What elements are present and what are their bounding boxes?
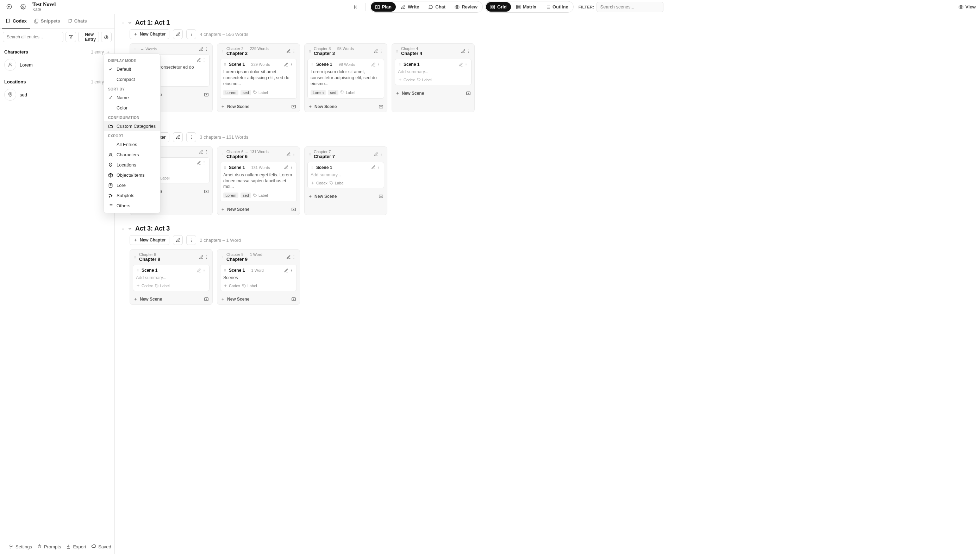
menu-item-others[interactable]: Others (104, 201, 160, 211)
add-label-button[interactable]: Label (341, 91, 355, 95)
drag-icon[interactable] (223, 62, 227, 67)
menu-item-all-entries[interactable]: All Entries (104, 139, 160, 150)
chapter-menu-icon[interactable] (204, 150, 209, 154)
sidebar-tab-chats[interactable]: Chats (64, 14, 91, 29)
add-codex-button[interactable]: Codex (398, 78, 415, 82)
chapter-menu-icon[interactable] (379, 152, 384, 157)
chapter-menu-icon[interactable] (292, 152, 296, 157)
chapter-menu-icon[interactable] (292, 255, 296, 259)
new-scene-box-icon[interactable] (379, 104, 384, 109)
edit-scene-icon[interactable] (284, 165, 288, 170)
codex-token[interactable]: sed (241, 193, 251, 198)
drag-icon[interactable] (134, 46, 137, 51)
chapter-menu-icon[interactable] (379, 49, 384, 54)
footer-settings[interactable]: Settings (8, 544, 32, 549)
drag-icon[interactable] (311, 62, 314, 67)
chapter-menu-icon[interactable] (204, 255, 209, 259)
scene-menu-icon[interactable] (202, 161, 206, 165)
back-icon[interactable] (4, 2, 14, 12)
add-label-button[interactable]: Label (242, 284, 257, 288)
act-menu-button[interactable] (186, 29, 196, 39)
menu-item-objects[interactable]: Objects/Items (104, 170, 160, 180)
menu-item-locations[interactable]: Locations (104, 160, 160, 170)
add-label-button[interactable]: Label (417, 78, 432, 82)
new-scene-button[interactable]: New Scene (304, 191, 387, 202)
new-scene-box-icon[interactable] (291, 104, 296, 109)
drag-icon[interactable] (311, 165, 314, 170)
drag-icon[interactable] (395, 49, 399, 54)
scene-menu-icon[interactable] (202, 58, 206, 62)
act-menu-button[interactable] (186, 132, 196, 142)
sidebar-tab-codex[interactable]: Codex (2, 14, 30, 29)
edit-chapter-icon[interactable] (374, 152, 378, 157)
add-codex-button[interactable]: Codex (311, 181, 327, 185)
scene-summary[interactable]: Add summary... (398, 69, 468, 75)
new-scene-box-icon[interactable] (291, 207, 296, 212)
sidebar-search-input[interactable] (3, 32, 64, 42)
drag-icon[interactable] (221, 152, 224, 157)
tab-chat[interactable]: Chat (424, 2, 450, 12)
scene-menu-icon[interactable] (289, 268, 294, 273)
codex-token[interactable]: sed (241, 90, 251, 96)
scene-summary[interactable]: Scenes (223, 275, 294, 281)
chapter-menu-icon[interactable] (292, 49, 296, 54)
new-chapter-button[interactable]: New Chapter (129, 29, 169, 39)
scene-summary[interactable]: Add summary... (311, 172, 381, 178)
edit-chapter-icon[interactable] (286, 49, 291, 54)
new-scene-box-icon[interactable] (204, 189, 209, 194)
add-label-button[interactable]: Label (253, 193, 268, 197)
sidebar-settings-icon[interactable] (101, 32, 112, 42)
new-scene-button[interactable]: New Scene (217, 204, 300, 215)
chevron-down-icon[interactable] (127, 21, 132, 25)
new-scene-box-icon[interactable] (466, 91, 471, 96)
drag-icon[interactable] (136, 268, 139, 273)
filter-icon[interactable] (65, 32, 76, 42)
scene-summary[interactable]: Add summary... (136, 275, 206, 281)
act-menu-button[interactable] (186, 235, 196, 245)
locations-heading[interactable]: Locations 1 entry (3, 77, 112, 87)
drag-icon[interactable] (398, 62, 402, 67)
edit-scene-icon[interactable] (196, 58, 201, 62)
menu-item-subplots[interactable]: Subplots (104, 190, 160, 201)
codex-token[interactable]: sed (328, 90, 338, 96)
edit-chapter-icon[interactable] (461, 49, 465, 54)
drag-icon[interactable] (221, 49, 224, 54)
collapse-sidebar-icon[interactable] (351, 2, 361, 12)
view-button[interactable]: View (959, 4, 976, 10)
edit-chapter-icon[interactable] (374, 49, 378, 54)
edit-scene-icon[interactable] (284, 62, 288, 67)
tab-write[interactable]: Write (397, 2, 423, 12)
edit-chapter-icon[interactable] (286, 152, 291, 157)
edit-act-button[interactable] (173, 132, 183, 142)
edit-act-button[interactable] (173, 29, 183, 39)
add-codex-button[interactable]: Codex (223, 284, 240, 288)
add-label-button[interactable]: Label (253, 91, 268, 95)
tab-outline[interactable]: Outline (541, 2, 572, 12)
footer-export[interactable]: Export (66, 544, 86, 549)
scene-menu-icon[interactable] (376, 62, 381, 67)
add-label-button[interactable]: Label (330, 181, 344, 185)
codex-token[interactable]: Lorem (311, 90, 326, 96)
drag-icon[interactable] (221, 255, 224, 260)
new-scene-box-icon[interactable] (204, 92, 209, 97)
chapter-menu-icon[interactable] (204, 47, 209, 51)
add-codex-button[interactable]: Codex (136, 284, 153, 288)
edit-scene-icon[interactable] (284, 268, 288, 273)
add-label-button[interactable]: Label (155, 284, 170, 288)
edit-scene-icon[interactable] (371, 165, 376, 170)
character-item[interactable]: Lorem (3, 57, 112, 73)
drag-icon[interactable] (308, 49, 312, 54)
new-scene-button[interactable]: New Scene (392, 88, 474, 99)
menu-item-default[interactable]: ✓Default (104, 64, 160, 74)
codex-token[interactable]: Lorem (223, 90, 238, 96)
chevron-down-icon[interactable] (127, 226, 132, 231)
edit-chapter-icon[interactable] (199, 255, 204, 259)
edit-act-button[interactable] (173, 235, 183, 245)
scene-menu-icon[interactable] (202, 268, 206, 273)
drag-icon[interactable] (121, 21, 125, 25)
new-scene-button[interactable]: New Scene (217, 101, 300, 112)
edit-scene-icon[interactable] (371, 62, 376, 67)
codex-token[interactable]: Lorem (223, 193, 238, 198)
scene-summary[interactable]: Amet risus nullam eget felis. Lorem done… (223, 172, 294, 190)
drag-icon[interactable] (121, 226, 125, 231)
